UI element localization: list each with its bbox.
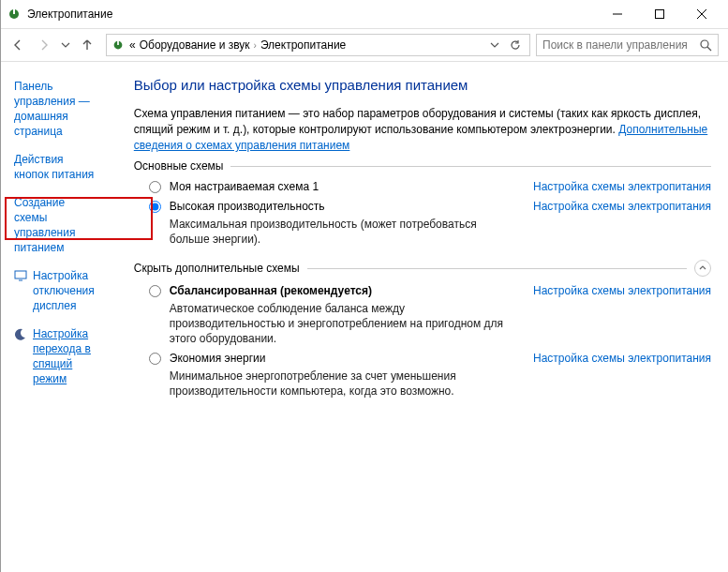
breadcrumb-pre: « — [129, 38, 136, 52]
collapse-button[interactable] — [694, 260, 711, 277]
plan-radio-balanced[interactable] — [149, 285, 161, 297]
plan-name[interactable]: Моя настраиваемая схема 1 — [170, 180, 516, 193]
forward-button[interactable] — [31, 32, 57, 58]
plan-row-balanced: Сбалансированная (рекомендуется) Автомат… — [134, 284, 711, 346]
up-button[interactable] — [74, 32, 100, 58]
svg-line-9 — [707, 47, 711, 51]
plan-desc: Автоматическое соблюдение баланса между … — [170, 301, 516, 346]
plan-row-high-perf: Высокая производительность Максимальная … — [134, 200, 711, 247]
plan-name[interactable]: Сбалансированная (рекомендуется) — [170, 284, 516, 297]
sidebar-create-plan-link[interactable]: Создание схемы управления питанием — [14, 195, 95, 255]
plan-radio-high-perf[interactable] — [149, 201, 161, 213]
plan-desc: Максимальная производительность (может п… — [170, 217, 516, 247]
section-additional-plans: Скрыть дополнительные схемы — [134, 260, 711, 277]
section-primary-plans: Основные схемы — [134, 159, 711, 173]
back-button[interactable] — [5, 32, 31, 58]
main-content: Выбор или настройка схемы управления пит… — [106, 62, 728, 572]
sidebar-item-label: Настройка отключения дисплея — [33, 268, 95, 313]
power-options-icon — [111, 38, 126, 53]
window-title: Электропитание — [27, 8, 112, 21]
svg-rect-7 — [117, 40, 119, 45]
breadcrumb-seg-hardware[interactable]: Оборудование и звук — [140, 38, 250, 52]
plan-settings-link[interactable]: Настройка схемы электропитания — [533, 284, 711, 297]
chevron-right-icon: › — [254, 40, 257, 51]
address-bar[interactable]: « Оборудование и звук › Электропитание — [106, 34, 530, 56]
toolbar: « Оборудование и звук › Электропитание — [1, 28, 728, 62]
address-dropdown-button[interactable] — [484, 35, 505, 55]
refresh-button[interactable] — [505, 35, 526, 55]
page-heading: Выбор или настройка схемы управления пит… — [134, 77, 711, 93]
plan-radio-custom1[interactable] — [149, 181, 161, 193]
sidebar-item-label: Настройка перехода в спящий режим — [33, 326, 95, 386]
sidebar-button-actions-link[interactable]: Действия кнопок питания — [14, 152, 95, 182]
monitor-icon — [14, 269, 27, 282]
sidebar-sleep-link[interactable]: Настройка перехода в спящий режим — [14, 326, 95, 386]
search-icon[interactable] — [697, 37, 714, 53]
power-options-icon — [7, 7, 22, 22]
plan-row-custom1: Моя настраиваемая схема 1 Настройка схем… — [134, 180, 711, 194]
plan-desc: Минимальное энергопотребление за счет ум… — [170, 369, 516, 399]
plan-settings-link[interactable]: Настройка схемы электропитания — [533, 352, 711, 365]
recent-locations-button[interactable] — [57, 32, 74, 58]
sidebar-home-link[interactable]: Панель управления — домашняя страница — [14, 79, 95, 139]
plan-settings-link[interactable]: Настройка схемы электропитания — [533, 200, 711, 213]
plan-settings-link[interactable]: Настройка схемы электропитания — [533, 180, 711, 193]
plan-radio-powersaver[interactable] — [149, 353, 161, 365]
sidebar-display-off-link[interactable]: Настройка отключения дисплея — [14, 268, 95, 313]
breadcrumb-seg-power[interactable]: Электропитание — [260, 38, 346, 52]
moon-icon — [14, 327, 27, 340]
plan-row-powersaver: Экономия энергии Минимальное энергопотре… — [134, 352, 711, 399]
page-description: Схема управления питанием — это набор па… — [134, 106, 711, 154]
svg-point-8 — [701, 40, 708, 48]
svg-rect-1 — [13, 8, 15, 14]
minimize-button[interactable] — [596, 0, 638, 28]
search-input[interactable] — [541, 38, 697, 53]
sidebar: Панель управления — домашняя страница Де… — [1, 62, 106, 572]
svg-rect-10 — [15, 271, 26, 278]
maximize-button[interactable] — [638, 0, 680, 28]
plan-name[interactable]: Высокая производительность — [170, 200, 516, 213]
plan-name[interactable]: Экономия энергии — [170, 352, 516, 365]
search-box[interactable] — [536, 34, 719, 56]
section-label: Основные схемы — [134, 159, 224, 173]
section-label[interactable]: Скрыть дополнительные схемы — [134, 262, 300, 275]
svg-rect-3 — [655, 10, 663, 19]
close-button[interactable] — [680, 0, 722, 28]
titlebar: Электропитание — [1, 0, 728, 28]
